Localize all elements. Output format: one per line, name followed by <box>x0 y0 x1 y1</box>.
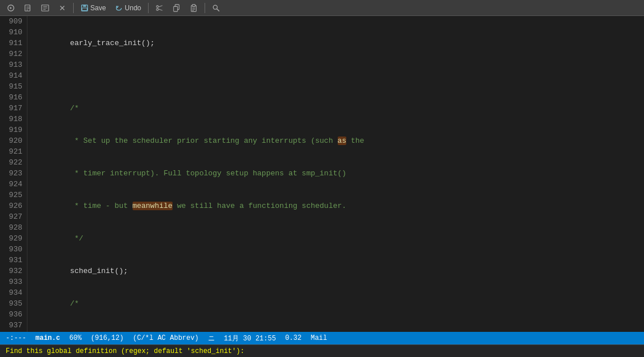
svg-rect-5 <box>82 8 87 10</box>
line-num-930: 930 <box>5 244 22 255</box>
line-num-925: 925 <box>5 190 22 200</box>
save-label: Save <box>90 4 106 12</box>
status-percent: 60% <box>69 334 82 342</box>
toolbar-btn-x[interactable] <box>55 3 70 13</box>
line-num-909: 909 <box>5 16 22 27</box>
line-num-932: 932 <box>5 266 22 276</box>
svg-rect-9 <box>174 6 178 11</box>
svg-point-7 <box>157 8 159 10</box>
toolbar-separator-3 <box>205 3 205 13</box>
status-filename: main.c <box>35 334 60 342</box>
status-encoding: (C/*l AC Abbrev) <box>133 334 198 342</box>
scissors-button[interactable] <box>152 3 167 13</box>
code-line-913: * timer interrupt). Full topology setup … <box>34 168 644 179</box>
find-bar[interactable]: Find this global definition (regex; defa… <box>0 344 644 357</box>
toolbar-separator-1 <box>73 3 74 13</box>
search-button[interactable] <box>209 3 223 13</box>
line-num-928: 928 <box>5 222 22 233</box>
line-num-936: 936 <box>5 309 22 320</box>
line-num-929: 929 <box>5 233 22 244</box>
find-bar-text: Find this global definition (regex; defa… <box>6 347 245 355</box>
line-num-923: 923 <box>5 168 22 179</box>
status-date: 11月 30 21:55 <box>224 334 276 343</box>
paste-button[interactable] <box>186 3 201 13</box>
line-num-911: 911 <box>5 38 22 49</box>
undo-button[interactable]: Undo <box>111 3 145 13</box>
status-filename-bold: main.c <box>35 334 60 342</box>
line-num-919: 919 <box>5 125 22 135</box>
code-line-915: */ <box>34 233 644 244</box>
line-numbers: 909 910 911 912 913 914 915 916 917 918 … <box>0 16 27 332</box>
line-num-920: 920 <box>5 135 22 146</box>
code-line-909: early_trace_init(); <box>34 38 644 49</box>
line-num-918: 918 <box>5 114 22 125</box>
line-num-927: 927 <box>5 211 22 222</box>
code-line-914: * time - but meanwhile we still have a f… <box>34 200 644 211</box>
toolbar-btn-file[interactable] <box>21 3 35 13</box>
toolbar: Save Undo <box>0 0 644 16</box>
line-num-931: 931 <box>5 255 22 266</box>
line-num-916: 916 <box>5 92 22 103</box>
line-num-937: 937 <box>5 320 22 331</box>
line-num-935: 935 <box>5 298 22 309</box>
line-num-924: 924 <box>5 179 22 190</box>
line-num-914: 914 <box>5 70 22 81</box>
line-num-921: 921 <box>5 146 22 157</box>
undo-label: Undo <box>125 4 141 12</box>
line-num-913: 913 <box>5 59 22 70</box>
line-num-912: 912 <box>5 49 22 59</box>
toolbar-separator-2 <box>148 3 149 13</box>
status-mail: Mail <box>311 334 327 342</box>
code-line-917: /* <box>34 298 644 309</box>
svg-rect-11 <box>192 4 195 6</box>
code-line-916: sched_init(); <box>34 266 644 276</box>
code-line-911: /* <box>34 103 644 114</box>
status-separator: ニ <box>208 334 215 343</box>
code-line-910 <box>34 70 644 81</box>
status-position: (916,12) <box>91 334 124 342</box>
status-version: 0.32 <box>285 334 302 342</box>
line-num-910: 910 <box>5 27 22 38</box>
status-bar: -:--- main.c 60% (916,12) (C/*l AC Abbre… <box>0 332 644 344</box>
editor-area: 909 910 911 912 913 914 915 916 917 918 … <box>0 16 644 332</box>
toolbar-btn-arrow[interactable] <box>3 3 18 13</box>
line-num-926: 926 <box>5 200 22 211</box>
code-line-918: * Disable preemption - early bootup sche… <box>34 331 644 332</box>
save-button[interactable]: Save <box>77 3 109 13</box>
svg-rect-4 <box>83 5 86 7</box>
toolbar-btn-info[interactable] <box>38 3 53 13</box>
line-num-934: 934 <box>5 287 22 298</box>
status-mode: -:--- <box>6 334 26 342</box>
line-num-917: 917 <box>5 103 22 114</box>
code-line-912: * Set up the scheduler prior starting an… <box>34 135 644 146</box>
svg-point-6 <box>157 5 159 7</box>
line-num-915: 915 <box>5 81 22 92</box>
copy-button[interactable] <box>169 3 184 13</box>
line-num-933: 933 <box>5 276 22 287</box>
line-num-922: 922 <box>5 157 22 168</box>
code-content[interactable]: early_trace_init(); /* * Set up the sche… <box>27 16 644 332</box>
svg-point-12 <box>213 5 217 9</box>
